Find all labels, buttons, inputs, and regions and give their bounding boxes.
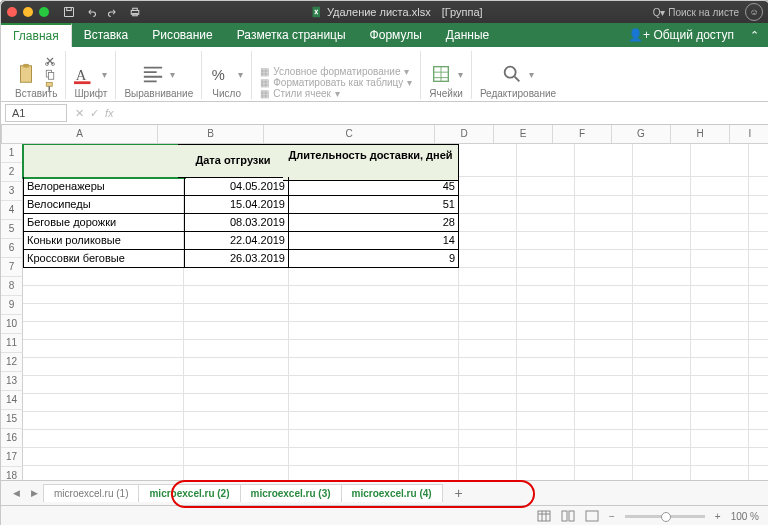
close-window-button[interactable] xyxy=(7,7,17,17)
cell[interactable]: 28 xyxy=(283,213,459,232)
cell[interactable] xyxy=(685,249,749,268)
column-header[interactable]: B xyxy=(158,125,264,143)
paste-icon[interactable] xyxy=(15,63,37,85)
cell[interactable] xyxy=(627,357,691,376)
cell[interactable] xyxy=(743,447,768,466)
cell[interactable]: Беговые дорожки xyxy=(23,213,185,232)
cell[interactable] xyxy=(453,249,517,268)
row-header[interactable]: 8 xyxy=(1,277,23,296)
align-icon[interactable] xyxy=(142,63,164,85)
row-header[interactable]: 14 xyxy=(1,391,23,410)
cell[interactable] xyxy=(627,375,691,394)
cell[interactable] xyxy=(178,429,289,448)
cell[interactable] xyxy=(178,447,289,466)
cell[interactable] xyxy=(453,429,517,448)
cell[interactable] xyxy=(569,303,633,322)
cell[interactable] xyxy=(511,249,575,268)
tab-home[interactable]: Главная xyxy=(1,23,72,47)
cell[interactable] xyxy=(743,195,768,214)
cell[interactable] xyxy=(511,321,575,340)
cell[interactable] xyxy=(23,393,184,412)
sheet-tab[interactable]: microexcel.ru (1) xyxy=(43,484,139,502)
cell[interactable] xyxy=(453,357,517,376)
column-header[interactable]: E xyxy=(494,125,553,143)
cell[interactable] xyxy=(178,285,289,304)
cell[interactable]: 51 xyxy=(283,195,459,214)
row-header[interactable]: 1 xyxy=(1,144,23,163)
cell[interactable] xyxy=(283,429,459,448)
fx-icon[interactable]: fx xyxy=(105,107,114,120)
cell[interactable]: Коньки роликовые xyxy=(23,231,185,250)
column-header[interactable]: G xyxy=(612,125,671,143)
cell[interactable] xyxy=(453,375,517,394)
cell[interactable]: 04.05.2019 xyxy=(178,177,289,196)
cell[interactable] xyxy=(511,267,575,286)
cell[interactable] xyxy=(453,195,517,214)
cell[interactable] xyxy=(511,339,575,358)
cell[interactable] xyxy=(743,249,768,268)
cell[interactable] xyxy=(453,321,517,340)
cell[interactable] xyxy=(283,321,459,340)
sheet-tab[interactable]: microexcel.ru (3) xyxy=(240,484,342,502)
font-icon[interactable]: A xyxy=(74,63,96,85)
cell[interactable] xyxy=(178,411,289,430)
cell[interactable] xyxy=(569,339,633,358)
cell[interactable] xyxy=(569,267,633,286)
cell[interactable] xyxy=(453,393,517,412)
cell[interactable] xyxy=(685,213,749,232)
cell[interactable]: 45 xyxy=(283,177,459,196)
tab-insert[interactable]: Вставка xyxy=(72,24,141,46)
cell[interactable] xyxy=(685,303,749,322)
cell[interactable] xyxy=(627,267,691,286)
cell[interactable] xyxy=(569,429,633,448)
cell[interactable] xyxy=(685,231,749,250)
row-header[interactable]: 4 xyxy=(1,201,23,220)
conditional-formatting-button[interactable]: ▦Условное форматирование ▾ xyxy=(260,66,409,77)
cell[interactable] xyxy=(453,213,517,232)
cell[interactable] xyxy=(453,411,517,430)
cell[interactable] xyxy=(23,465,184,480)
cell[interactable] xyxy=(23,285,184,304)
cell[interactable] xyxy=(23,321,184,340)
cell[interactable] xyxy=(569,465,633,480)
sheet-nav-prev[interactable]: ◀ xyxy=(9,486,23,500)
cell[interactable]: 26.03.2019 xyxy=(178,249,289,268)
cell[interactable] xyxy=(743,321,768,340)
cell[interactable] xyxy=(685,195,749,214)
cell[interactable]: Длительность доставки, дней xyxy=(283,144,459,181)
row-header[interactable]: 2 xyxy=(1,163,23,182)
search-label[interactable]: Q▾ Поиск на листе xyxy=(653,7,739,18)
zoom-level[interactable]: 100 % xyxy=(731,511,759,522)
cell[interactable] xyxy=(283,375,459,394)
cell[interactable] xyxy=(511,357,575,376)
cell[interactable] xyxy=(685,267,749,286)
percent-icon[interactable]: % xyxy=(210,63,232,85)
cell[interactable] xyxy=(178,321,289,340)
cell[interactable] xyxy=(627,213,691,232)
tab-draw[interactable]: Рисование xyxy=(140,24,224,46)
cell[interactable] xyxy=(453,144,517,177)
cell[interactable] xyxy=(453,267,517,286)
cell[interactable] xyxy=(569,285,633,304)
cell[interactable] xyxy=(511,177,575,196)
cell[interactable] xyxy=(743,177,768,196)
chevron-down-icon[interactable]: ▾ xyxy=(529,69,534,80)
cell[interactable] xyxy=(178,339,289,358)
page-break-icon[interactable] xyxy=(585,510,599,522)
sheet-nav-next[interactable]: ▶ xyxy=(27,486,41,500)
cell[interactable] xyxy=(511,447,575,466)
cell[interactable] xyxy=(627,249,691,268)
cell[interactable] xyxy=(178,393,289,412)
format-as-table-button[interactable]: ▦Форматировать как таблицу ▾ xyxy=(260,77,412,88)
cell[interactable] xyxy=(283,357,459,376)
cell[interactable] xyxy=(743,231,768,250)
cell[interactable] xyxy=(627,144,691,177)
cell[interactable] xyxy=(743,465,768,480)
chevron-down-icon[interactable]: ▾ xyxy=(458,69,463,80)
cells-icon[interactable] xyxy=(430,63,452,85)
cut-icon[interactable] xyxy=(43,55,57,67)
cell[interactable] xyxy=(627,285,691,304)
cell[interactable] xyxy=(627,429,691,448)
cell[interactable] xyxy=(511,411,575,430)
row-header[interactable]: 16 xyxy=(1,429,23,448)
